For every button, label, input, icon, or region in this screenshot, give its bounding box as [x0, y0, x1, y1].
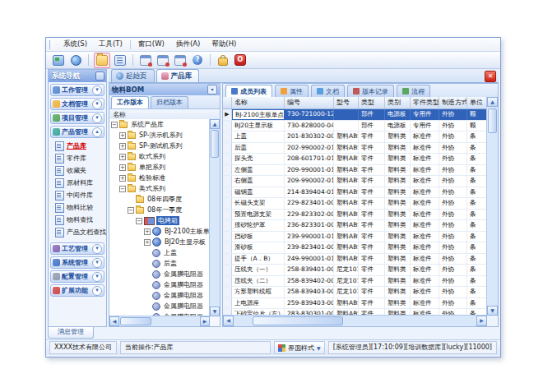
table-cell[interactable]: 条 [467, 187, 487, 198]
table-cell[interactable]: 探头壳 [232, 154, 285, 164]
menu-item-1[interactable]: 工具(T) [93, 39, 128, 50]
tree-node-欧式系列[interactable]: +欧式系列 [109, 151, 210, 162]
table-cell[interactable]: 塑料类 [385, 154, 411, 164]
table-cell[interactable]: 塑料ABS [334, 210, 359, 220]
table-cell[interactable]: 颗 [467, 121, 487, 131]
table-cell[interactable]: 条 [467, 176, 487, 187]
table-cell[interactable]: 标准件 [411, 232, 439, 242]
grid-hscroll-thumb[interactable] [253, 316, 343, 325]
table-cell[interactable]: 标准件 [411, 220, 439, 231]
table-cell[interactable]: 塑料ABS [334, 165, 359, 176]
tree-node-美式系列[interactable]: −美式系列 [109, 183, 210, 194]
table-cell[interactable]: 电源板 [385, 121, 411, 131]
table-cell[interactable]: 塑料类 [385, 131, 411, 142]
sidebar-options-icon[interactable] [95, 71, 104, 81]
grid-vertical-scrollbar[interactable]: ▲ ▼ [486, 97, 498, 316]
table-cell[interactable]: 塑料类 [385, 276, 411, 287]
collapse-icon[interactable]: − [111, 122, 118, 128]
table-cell[interactable]: 条 [467, 287, 487, 297]
table-cell[interactable] [334, 109, 359, 120]
globe-button[interactable] [68, 53, 83, 67]
table-cell[interactable]: 外协 [439, 154, 467, 164]
table-cell[interactable]: 塑料类 [385, 287, 411, 297]
version-tab-工作版本[interactable]: 工作版本 [111, 96, 149, 108]
scroll-left-icon[interactable]: ◀ [109, 316, 119, 326]
chevron-down-icon[interactable]: ▾ [92, 85, 102, 95]
table-cell[interactable]: 接砂轮护罩 [232, 220, 285, 231]
table-cell[interactable]: 塑料类 [385, 232, 411, 242]
table-cell[interactable]: 201-830302-00X [285, 131, 334, 142]
task-edit-button[interactable] [155, 53, 170, 67]
sidebar-group-header-4[interactable]: 工艺管理▾ [50, 242, 104, 255]
table-cell[interactable]: 右侧盖 [232, 176, 285, 187]
table-row[interactable]: 接砂轮护罩236-823301-00X塑料ABS零件塑料类标准件外协条 [223, 220, 487, 232]
table-cell[interactable]: 零件 [359, 165, 385, 176]
table-cell[interactable]: 塑料ABS [334, 154, 359, 164]
scroll-down-icon[interactable]: ▼ [487, 306, 498, 316]
table-cell[interactable]: 零件 [359, 232, 385, 242]
table-cell[interactable]: 条 [467, 220, 487, 231]
table-cell[interactable]: 外协 [439, 254, 467, 265]
table-cell[interactable]: 颗 [467, 109, 487, 120]
tree-node-系统产品库[interactable]: −系统产品库 [109, 119, 210, 130]
table-cell[interactable]: 标准件 [411, 298, 439, 309]
table-cell[interactable]: 零件 [359, 176, 385, 187]
table-cell[interactable]: 条 [467, 242, 487, 253]
table-cell[interactable]: 外协 [439, 143, 467, 154]
table-cell[interactable]: 条 [467, 165, 487, 176]
sidebar-group-header-1[interactable]: 文档管理▾ [50, 98, 104, 110]
table-cell[interactable]: 塑料ABS [334, 176, 359, 187]
table-cell[interactable]: 长磁头支架 [232, 198, 285, 209]
column-header-名称[interactable]: 名称 [232, 97, 285, 108]
expand-icon[interactable]: + [119, 143, 126, 150]
tree-vscroll-thumb[interactable] [211, 130, 219, 158]
tree-hscroll-thumb[interactable] [120, 317, 151, 325]
sidebar-item-物料比较[interactable]: 物料比较 [55, 201, 104, 214]
task-delete-button[interactable] [173, 53, 188, 67]
table-cell[interactable]: 259-839403-00X [285, 298, 334, 309]
expand-icon[interactable]: + [119, 175, 126, 182]
table-cell[interactable]: 电源板 [385, 109, 411, 120]
table-cell[interactable]: 塑料ABS [334, 143, 359, 154]
table-cell[interactable]: 730-828000-04X [285, 121, 334, 131]
exit-button[interactable]: O [233, 53, 248, 67]
table-cell[interactable]: 预置电源支架 [232, 210, 285, 220]
table-cell[interactable]: 塑料类 [385, 242, 411, 253]
table-cell[interactable]: 229-823302-00X [285, 210, 334, 220]
close-tab-button[interactable]: ✕ [485, 71, 496, 82]
column-header-编号[interactable]: 编号 [285, 97, 334, 108]
table-cell[interactable]: 标准件 [411, 154, 439, 164]
table-cell[interactable]: 塑料类 [385, 220, 411, 231]
scroll-up-icon[interactable]: ▲ [487, 97, 498, 107]
table-cell[interactable]: 条 [467, 232, 487, 242]
table-cell[interactable]: 塑料ABS [334, 242, 359, 253]
table-cell[interactable]: 外协 [439, 287, 467, 297]
table-cell[interactable]: 塑料ABS [334, 131, 359, 142]
table-cell[interactable]: 零件 [359, 198, 385, 209]
table-row[interactable]: 压线夹（二）258-839402-00X尼龙1010零件塑料类标准件外协条 [223, 276, 487, 288]
table-cell[interactable]: 条 [467, 154, 487, 164]
table-cell[interactable]: 尼龙1010 [334, 265, 359, 275]
table-row[interactable]: 右侧盖209-990002-01X塑料ABS零件塑料类标准件外协条 [223, 176, 487, 187]
table-cell[interactable]: 塑料类 [385, 198, 411, 209]
table-row[interactable]: 探头壳208-601701-01X塑料ABS零件塑料类标准件外协条 [223, 154, 487, 165]
scroll-right-icon[interactable]: ▶ [476, 316, 487, 326]
table-cell[interactable]: 塑料类 [385, 210, 411, 220]
table-cell[interactable]: 239-823401-00X [285, 242, 334, 253]
expand-icon[interactable]: + [119, 132, 126, 139]
tab-版本记录[interactable]: 版本记录 [347, 85, 394, 97]
task-new-button[interactable] [138, 53, 153, 67]
table-cell[interactable]: 外协 [439, 242, 467, 253]
table-cell[interactable]: 塑料ABS [334, 298, 359, 309]
table-cell[interactable]: 零件 [359, 131, 385, 142]
table-row[interactable]: 上电源座259-839403-00X塑料ABS零件塑料类标准件外协条 [223, 298, 487, 310]
tree-node-BJ-2100主板单点[interactable]: +BJ-2100主板单点 [109, 226, 210, 237]
sidebar-item-产品库[interactable]: 产品库 [55, 140, 104, 152]
table-cell[interactable]: 258-839401-00X [285, 265, 334, 275]
tree-node-金属膜电阻器[interactable]: 金属膜电阻器 [109, 279, 210, 290]
table-cell[interactable]: 零件 [359, 210, 385, 220]
column-header-制造方式[interactable]: 制造方式 [439, 97, 467, 108]
table-cell[interactable]: 标准件 [411, 143, 439, 154]
table-cell[interactable]: 压线夹（一） [232, 265, 285, 275]
table-cell[interactable]: 专用件 [411, 109, 439, 120]
